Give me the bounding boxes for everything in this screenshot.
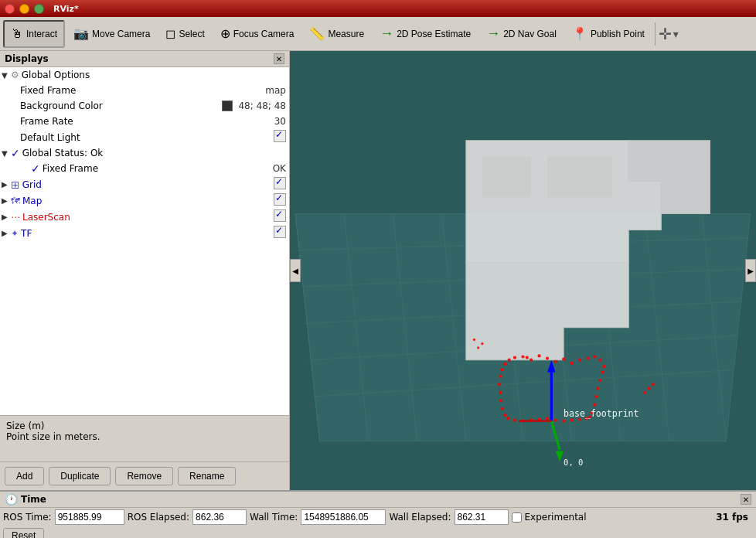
wall-elapsed-input[interactable] bbox=[455, 509, 509, 525]
collapse-right-arrow[interactable]: ▶ bbox=[745, 259, 756, 282]
publish-point-icon: 📍 bbox=[572, 26, 587, 41]
tree-row-default-light[interactable]: Default Light bbox=[0, 129, 289, 145]
expand-arrow[interactable]: ▶ bbox=[2, 213, 11, 221]
interact-label: Interact bbox=[26, 29, 57, 39]
grid-icon: ⊞ bbox=[11, 179, 20, 191]
rename-button[interactable]: Rename bbox=[178, 467, 236, 485]
experimental-check[interactable]: Experimental bbox=[512, 512, 587, 523]
svg-text:0, 0: 0, 0 bbox=[564, 458, 583, 467]
publish-point-label: Publish Point bbox=[591, 29, 645, 39]
info-line2: Point size in meters. bbox=[6, 431, 283, 442]
displays-close-button[interactable]: ✕ bbox=[274, 53, 284, 64]
expand-arrow[interactable]: ▼ bbox=[2, 149, 11, 158]
expand-arrow[interactable]: ▼ bbox=[2, 71, 11, 80]
select-button[interactable]: ◻ Select bbox=[158, 20, 211, 48]
measure-label: Measure bbox=[328, 29, 364, 39]
tree-row-fixed-frame[interactable]: Fixed Frame map bbox=[0, 83, 289, 98]
publish-point-button[interactable]: 📍 Publish Point bbox=[565, 20, 652, 48]
svg-point-29 bbox=[593, 355, 596, 358]
info-panel: Size (m) Point size in meters. bbox=[0, 415, 289, 461]
interact-button[interactable]: 🖱 Interact bbox=[3, 20, 65, 48]
nav-goal-button[interactable]: → 2D Nav Goal bbox=[479, 20, 564, 48]
tree-row-grid[interactable]: ▶ ⊞ Grid bbox=[0, 176, 289, 192]
wall-elapsed-label: Wall Elapsed: bbox=[389, 512, 451, 523]
svg-point-59 bbox=[513, 356, 516, 359]
status-check-icon: ✓ bbox=[11, 147, 20, 159]
pose-estimate-button[interactable]: → 2D Pose Estimate bbox=[373, 20, 478, 48]
select-label: Select bbox=[179, 29, 204, 39]
svg-point-49 bbox=[506, 417, 509, 420]
select-icon: ◻ bbox=[165, 26, 175, 41]
wall-time-input[interactable] bbox=[301, 509, 386, 525]
map-enable-checkbox[interactable] bbox=[274, 193, 286, 206]
expand-arrow[interactable]: ▶ bbox=[2, 229, 11, 237]
focus-camera-icon: ⊕ bbox=[220, 26, 230, 41]
laserscan-checkbox bbox=[274, 209, 289, 224]
close-button[interactable] bbox=[5, 4, 15, 14]
expand-arrow[interactable]: ▶ bbox=[2, 180, 11, 189]
tf-enable-checkbox[interactable] bbox=[274, 226, 286, 238]
left-panel: Displays ✕ ▼ ⚙ Global Options Fixed Fram… bbox=[0, 51, 290, 490]
reset-button[interactable]: Reset bbox=[3, 528, 44, 538]
default-light-label: Default Light bbox=[20, 132, 274, 143]
3d-scene[interactable]: base_footprint 0, 0 bbox=[290, 51, 756, 490]
base-footprint-label: base_footprint bbox=[564, 408, 639, 419]
tree-panel[interactable]: ▼ ⚙ Global Options Fixed Frame map Backg… bbox=[0, 67, 289, 415]
add-button[interactable]: Add bbox=[5, 467, 44, 485]
laserscan-label: LaserScan bbox=[22, 212, 274, 223]
info-line1: Size (m) bbox=[6, 421, 283, 431]
experimental-checkbox[interactable] bbox=[512, 512, 522, 523]
tree-row-global-status[interactable]: ▼ ✓ Global Status: Ok bbox=[0, 145, 289, 161]
nav-goal-label: 2D Nav Goal bbox=[503, 29, 557, 39]
ros-elapsed-input[interactable] bbox=[192, 509, 247, 525]
collapse-left-arrow[interactable]: ◀ bbox=[290, 259, 301, 282]
tree-row-global-options[interactable]: ▼ ⚙ Global Options bbox=[0, 67, 289, 83]
more-icon[interactable]: ▾ bbox=[673, 28, 679, 40]
bg-color-label: Background Color bbox=[20, 100, 222, 111]
tree-row-map[interactable]: ▶ 🗺 Map bbox=[0, 192, 289, 209]
no-arrow bbox=[11, 87, 20, 95]
time-close-button[interactable]: ✕ bbox=[741, 494, 751, 505]
minimize-button[interactable] bbox=[19, 4, 29, 14]
fixed-frame-check-icon: ✓ bbox=[31, 162, 40, 175]
ros-time-label: ROS Time: bbox=[3, 512, 52, 523]
experimental-label: Experimental bbox=[525, 512, 587, 523]
laserscan-enable-checkbox[interactable] bbox=[274, 209, 286, 222]
move-camera-button[interactable]: 📷 Move Camera bbox=[66, 20, 157, 48]
tf-label: TF bbox=[21, 228, 274, 239]
default-light-checkbox[interactable] bbox=[274, 130, 286, 142]
svg-point-24 bbox=[553, 360, 557, 363]
tree-row-frame-rate[interactable]: Frame Rate 30 bbox=[0, 114, 289, 129]
tree-row-tf[interactable]: ▶ ✦ TF bbox=[0, 225, 289, 241]
duplicate-button[interactable]: Duplicate bbox=[49, 467, 111, 485]
add-icon[interactable]: ✛ bbox=[659, 25, 672, 43]
grid-enable-checkbox[interactable] bbox=[274, 177, 286, 189]
svg-point-44 bbox=[546, 417, 549, 420]
maximize-button[interactable] bbox=[34, 4, 44, 14]
tree-row-fixed-frame-status[interactable]: ✓ Fixed Frame OK bbox=[0, 161, 289, 176]
measure-button[interactable]: 📏 Measure bbox=[302, 20, 371, 48]
no-arrow bbox=[22, 165, 31, 173]
svg-point-61 bbox=[526, 356, 529, 359]
viewport-panel[interactable]: ◀ ▶ bbox=[290, 51, 756, 490]
global-status-label: Global Status: Ok bbox=[22, 148, 289, 158]
tree-row-bg-color[interactable]: Background Color 48; 48; 48 bbox=[0, 98, 289, 114]
displays-header: Displays ✕ bbox=[0, 51, 289, 67]
svg-point-22 bbox=[537, 354, 540, 357]
svg-point-35 bbox=[594, 395, 598, 398]
move-camera-icon: 📷 bbox=[73, 26, 89, 41]
remove-button[interactable]: Remove bbox=[115, 467, 173, 485]
svg-point-34 bbox=[596, 386, 599, 390]
ros-time-input[interactable] bbox=[55, 509, 124, 525]
expand-arrow[interactable]: ▶ bbox=[2, 196, 11, 205]
time-title: 🕐 Time bbox=[5, 493, 46, 506]
tree-row-laserscan[interactable]: ▶ ⋯ LaserScan bbox=[0, 209, 289, 225]
map-label: Map bbox=[22, 196, 274, 206]
focus-camera-button[interactable]: ⊕ Focus Camera bbox=[213, 20, 301, 48]
fps-display: 31 fps bbox=[711, 510, 753, 524]
svg-point-33 bbox=[598, 379, 601, 382]
svg-point-65 bbox=[481, 342, 483, 345]
grid-checkbox bbox=[274, 177, 289, 192]
bottom-row: Reset bbox=[0, 526, 756, 538]
color-swatch bbox=[222, 100, 233, 111]
